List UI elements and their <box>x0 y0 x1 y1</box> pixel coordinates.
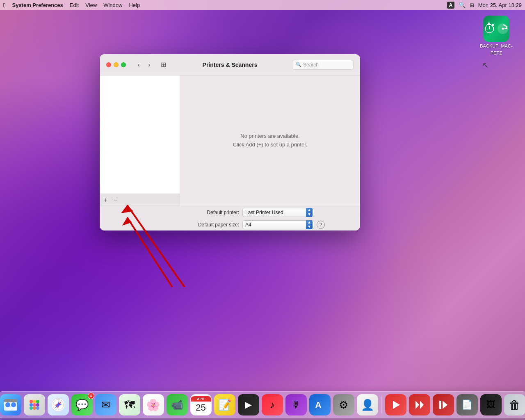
default-paper-select[interactable]: A4 <box>242 220 314 229</box>
svg-marker-27 <box>393 401 400 409</box>
add-printer-button[interactable]: + <box>101 196 110 204</box>
search-icon: 🔍 <box>296 62 301 67</box>
remove-printer-button[interactable]: − <box>111 196 120 204</box>
default-printer-select-wrapper: Last Printer Used ▲ ▼ <box>242 208 314 217</box>
dock-item-calendar[interactable]: APR 25 <box>190 394 212 415</box>
printers-scanners-window: ‹ › ⊞ Printers & Scanners 🔍 Search + − <box>100 54 360 231</box>
svg-rect-10 <box>4 399 17 402</box>
traffic-lights <box>106 62 126 67</box>
settings-bar: Default printer: Last Printer Used ▲ ▼ <box>100 206 360 231</box>
dock-item-music[interactable]: ♪ <box>262 394 283 415</box>
svg-point-15 <box>33 403 36 406</box>
svg-marker-28 <box>415 401 419 409</box>
dock-item-shortcuts1[interactable] <box>385 394 406 415</box>
sidebar-toolbar: + − <box>100 194 180 206</box>
dock-separator <box>381 396 382 414</box>
svg-point-17 <box>30 406 33 410</box>
dock: 💬 3 ✉ 🗺 🌸 📹 APR 25 📝 <box>0 387 525 420</box>
menubar-search-icon[interactable]: 🔍 <box>459 2 466 8</box>
svg-rect-30 <box>439 401 441 409</box>
messages-badge: 3 <box>88 393 94 399</box>
dock-item-photos[interactable]: 🌸 <box>143 394 164 415</box>
printer-list-sidebar: + − <box>100 75 180 206</box>
menubar-control-center[interactable]: ⊞ <box>470 2 474 8</box>
close-button[interactable] <box>106 62 111 67</box>
svg-point-18 <box>33 406 36 410</box>
svg-point-13 <box>36 400 39 403</box>
content-area: + − No printers are available. Click Add… <box>100 75 360 206</box>
search-bar[interactable]: 🔍 Search <box>292 60 354 70</box>
svg-point-11 <box>30 400 33 403</box>
svg-point-14 <box>30 403 33 406</box>
backup-icon <box>483 16 509 42</box>
dock-item-safari[interactable] <box>48 394 69 415</box>
dock-item-podcasts[interactable]: 🎙 <box>285 394 307 415</box>
view-menu[interactable]: View <box>85 2 97 8</box>
window-titlebar: ‹ › ⊞ Printers & Scanners 🔍 Search <box>100 54 360 75</box>
default-printer-row: Default printer: Last Printer Used ▲ ▼ <box>186 208 325 217</box>
backup-icon-label2: PETZ <box>491 50 502 56</box>
default-printer-label: Default printer: <box>186 210 239 215</box>
dock-item-shortcuts3[interactable] <box>433 394 454 415</box>
dock-item-script[interactable]: 📄 <box>457 394 478 415</box>
main-panel: No printers are available. Click Add (+)… <box>180 75 360 206</box>
dock-item-trash[interactable]: 🗑 <box>504 394 525 415</box>
dock-item-launchpad[interactable] <box>24 394 45 415</box>
default-printer-select[interactable]: Last Printer Used <box>242 208 314 217</box>
dock-item-maps[interactable]: 🗺 <box>119 394 140 415</box>
svg-marker-29 <box>420 401 424 409</box>
window-menu[interactable]: Window <box>103 2 122 8</box>
help-button[interactable]: ? <box>317 221 325 229</box>
svg-point-9 <box>11 402 16 407</box>
dock-item-mail[interactable]: ✉ <box>95 394 116 415</box>
dock-item-finder[interactable] <box>0 394 21 415</box>
minimize-button[interactable] <box>114 62 119 67</box>
menubar-datetime: Mon 25. Apr 18:29 <box>478 2 522 8</box>
no-printers-message: No printers are available. Click Add (+)… <box>233 132 308 149</box>
svg-point-16 <box>36 403 39 406</box>
desktop:  System Preferences Edit View Window He… <box>0 0 525 420</box>
svg-point-19 <box>36 406 39 410</box>
desktop-icon-backup[interactable]: BACKUP_MAC- PETZ <box>480 16 513 56</box>
window-title: Printers & Scanners <box>203 62 258 68</box>
default-paper-row: Default paper size: A4 ▲ ▼ ? <box>186 220 325 229</box>
help-menu[interactable]: Help <box>129 2 140 8</box>
printer-list <box>100 75 180 194</box>
svg-marker-31 <box>443 401 447 409</box>
dock-item-appletv[interactable]: ▶ <box>238 394 259 415</box>
dock-item-facetime[interactable]: 📹 <box>167 394 188 415</box>
default-paper-select-wrapper: A4 ▲ ▼ <box>242 220 314 229</box>
svg-point-1 <box>502 28 504 30</box>
dock-item-sysprefs[interactable]: ⚙ <box>333 394 354 415</box>
dock-item-contacts[interactable]: 👤 <box>357 394 378 415</box>
cursor: ↖ <box>482 61 488 70</box>
menubar-icon-a[interactable]: A <box>447 2 454 9</box>
maximize-button[interactable] <box>121 62 126 67</box>
navigation-buttons: ‹ › <box>134 60 154 69</box>
dock-item-notes[interactable]: 📝 <box>214 394 235 415</box>
search-placeholder: Search <box>303 62 319 68</box>
backup-icon-label: BACKUP_MAC- <box>480 43 512 49</box>
dock-item-shortcuts2[interactable] <box>409 394 430 415</box>
edit-menu[interactable]: Edit <box>70 2 79 8</box>
back-button[interactable]: ‹ <box>134 60 143 69</box>
dock-item-messages[interactable]: 💬 3 <box>71 394 93 415</box>
dock-inner: 💬 3 ✉ 🗺 🌸 📹 APR 25 📝 <box>0 391 525 418</box>
menubar:  System Preferences Edit View Window He… <box>0 0 525 10</box>
forward-button[interactable]: › <box>145 60 154 69</box>
apple-menu[interactable]:  <box>3 2 5 9</box>
svg-text:A: A <box>315 400 322 410</box>
svg-point-12 <box>33 400 36 403</box>
default-paper-label: Default paper size: <box>186 222 239 228</box>
dock-item-appstore[interactable]: A <box>309 394 331 415</box>
window-content: + − No printers are available. Click Add… <box>100 75 360 231</box>
app-name-menu[interactable]: System Preferences <box>12 2 63 8</box>
dock-item-photo-library[interactable]: 🖼 <box>480 394 502 415</box>
svg-point-8 <box>5 402 10 407</box>
grid-view-button[interactable]: ⊞ <box>159 60 168 69</box>
